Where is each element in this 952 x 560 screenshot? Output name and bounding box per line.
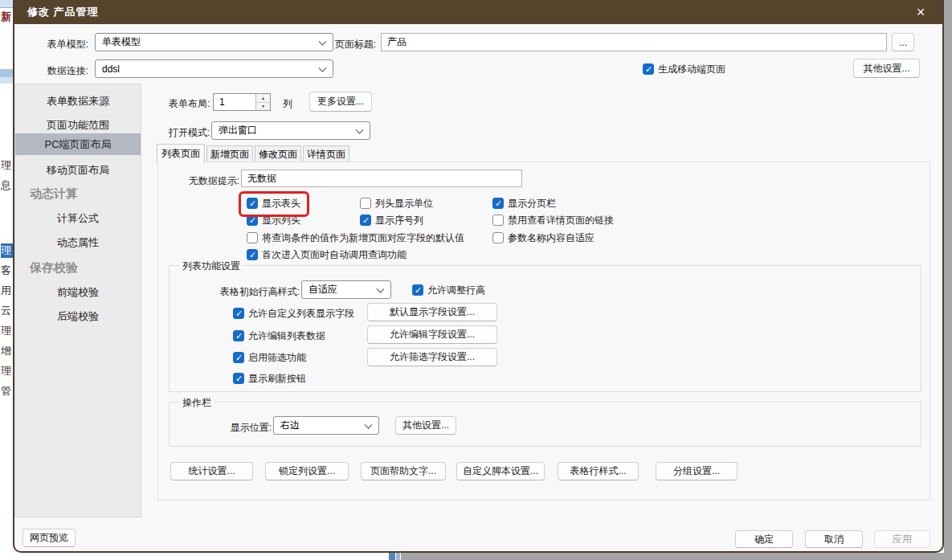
tab-modify-page[interactable]: 修改页面 xyxy=(255,145,301,162)
no-data-input[interactable]: 无数据 xyxy=(241,170,522,187)
ellipsis-label: ... xyxy=(899,37,907,48)
checkbox-box[interactable] xyxy=(492,198,504,209)
form-model-select[interactable]: 单表模型 xyxy=(95,33,333,51)
tab-detail-page[interactable]: 详情页面 xyxy=(303,145,349,162)
checkbox-box[interactable] xyxy=(233,352,244,363)
enable-filter-checkbox[interactable]: 启用筛选功能 xyxy=(233,351,306,364)
column-header-unit-checkbox[interactable]: 列头显示单位 xyxy=(360,197,433,210)
open-mode-select[interactable]: 弹出窗口 xyxy=(211,121,370,140)
dialog-titlebar[interactable]: 修改 产品管理 × xyxy=(14,0,942,24)
web-preview-button[interactable]: 网页预览 xyxy=(22,529,76,547)
checkbox-box[interactable] xyxy=(247,249,258,260)
checkbox-box[interactable] xyxy=(247,198,258,209)
checkbox-label: 启用筛选功能 xyxy=(248,351,306,365)
generate-mobile-page-checkbox[interactable]: 生成移动端页面 xyxy=(643,63,725,76)
sidebar-item-dynamic-attr[interactable]: 动态属性 xyxy=(15,234,141,251)
allow-edit-fields-button[interactable]: 允许编辑字段设置... xyxy=(367,325,497,344)
page-title-ellipsis-button[interactable]: ... xyxy=(892,33,914,51)
data-connection-label: 数据连接: xyxy=(37,64,88,78)
checkbox-box[interactable] xyxy=(233,308,244,319)
sidebar-item-mobile-page-layout[interactable]: 移动页面布局 xyxy=(15,161,141,179)
close-icon[interactable]: × xyxy=(907,0,934,24)
checkbox-box[interactable] xyxy=(360,215,371,226)
show-column-header-checkbox[interactable]: 显示列头 xyxy=(247,214,300,227)
data-connection-select[interactable]: ddsl xyxy=(95,59,333,78)
button-label: 统计设置... xyxy=(188,464,235,478)
ok-button[interactable]: 确定 xyxy=(735,530,793,548)
lock-column-settings-button[interactable]: 锁定列设置... xyxy=(265,462,349,480)
background-partial-text: 增 xyxy=(1,344,13,358)
show-row-number-checkbox[interactable]: 显示序号列 xyxy=(360,214,423,227)
sidebar-item-pc-page-layout[interactable]: PC端页面布局 xyxy=(15,133,141,155)
statistics-settings-button[interactable]: 统计设置... xyxy=(170,462,253,480)
spinner-down-icon[interactable]: ▼ xyxy=(256,103,270,111)
display-position-select[interactable]: 右边 xyxy=(273,416,379,435)
group-legend: 列表功能设置 xyxy=(179,260,243,273)
allow-adjust-row-height-checkbox[interactable]: 允许调整行高 xyxy=(412,284,485,296)
background-partial-text: 理 xyxy=(1,324,13,338)
spinner-up-icon[interactable]: ▲ xyxy=(256,94,270,103)
button-label: 确定 xyxy=(754,533,774,546)
background-window-bottom-accent xyxy=(396,553,400,560)
button-label: 允许编辑字段设置... xyxy=(390,328,475,341)
cancel-button[interactable]: 取消 xyxy=(805,530,863,548)
checkbox-label: 显示序号列 xyxy=(375,214,423,227)
sidebar-item-form-data-source[interactable]: 表单数据来源 xyxy=(15,92,141,110)
apply-button[interactable]: 应用 xyxy=(874,530,930,548)
sidebar-header-dynamic-calc: 动态计算 xyxy=(15,184,141,203)
show-pagination-checkbox[interactable]: 显示分页栏 xyxy=(492,197,556,210)
checkbox-box[interactable] xyxy=(492,215,504,226)
background-partial-text: 息 xyxy=(1,178,13,193)
page-help-text-button[interactable]: 页面帮助文字... xyxy=(361,462,446,480)
button-label: 锁定列设置... xyxy=(279,464,335,478)
default-display-fields-button[interactable]: 默认显示字段设置... xyxy=(367,303,497,321)
checkbox-box[interactable] xyxy=(492,232,504,243)
sidebar-item-calc-formula[interactable]: 计算公式 xyxy=(15,210,141,227)
background-partial-text: 新 xyxy=(1,10,13,24)
background-window-left-sliver: 新 理 息 理 客 用 云 理 增 理 管 xyxy=(0,0,13,560)
display-position-label: 显示位置: xyxy=(199,421,272,435)
sidebar-item-backend-validation[interactable]: 后端校验 xyxy=(15,308,141,325)
tab-list-page[interactable]: 列表页面 xyxy=(157,144,205,163)
row-height-style-select[interactable]: 自适应 xyxy=(301,280,391,299)
allow-edit-list-data-checkbox[interactable]: 允许编辑列表数据 xyxy=(233,329,325,342)
checkbox-box[interactable] xyxy=(643,63,654,75)
checkbox-label: 列头显示单位 xyxy=(375,197,433,211)
checkbox-box[interactable] xyxy=(360,198,371,209)
table-row-style-button[interactable]: 表格行样式... xyxy=(558,462,639,480)
checkbox-label: 生成移动端页面 xyxy=(658,63,725,76)
checkbox-label: 允许调整行高 xyxy=(427,284,485,297)
checkbox-box[interactable] xyxy=(247,232,258,243)
chevron-down-icon xyxy=(356,125,364,133)
checkbox-box[interactable] xyxy=(247,215,258,226)
show-refresh-button-checkbox[interactable]: 显示刷新按钮 xyxy=(233,372,306,385)
sidebar-item-frontend-validation[interactable]: 前端校验 xyxy=(15,284,141,301)
form-layout-spinner[interactable]: 1 ▲ ▼ xyxy=(213,93,271,111)
disable-detail-link-checkbox[interactable]: 禁用查看详情页面的链接 xyxy=(492,214,614,227)
other-settings-action-bar-button[interactable]: 其他设置... xyxy=(395,416,456,435)
button-label: 页面帮助文字... xyxy=(370,464,436,478)
button-label: 其他设置... xyxy=(402,419,449,432)
allow-custom-display-fields-checkbox[interactable]: 允许自定义列表显示字段 xyxy=(233,307,354,320)
tab-add-page[interactable]: 新增页面 xyxy=(206,145,253,162)
custom-script-settings-button[interactable]: 自定义脚本设置... xyxy=(456,462,545,480)
background-window-right-sliver xyxy=(944,0,952,560)
show-table-header-checkbox[interactable]: 显示表头 xyxy=(247,197,300,210)
allow-filter-fields-button[interactable]: 允许筛选字段设置... xyxy=(367,348,497,366)
checkbox-box[interactable] xyxy=(233,373,244,384)
sidebar-item-page-function-scope[interactable]: 页面功能范围 xyxy=(15,116,141,134)
group-settings-button[interactable]: 分组设置... xyxy=(656,462,737,480)
other-settings-top-button[interactable]: 其他设置... xyxy=(853,59,920,78)
button-label: 应用 xyxy=(893,533,912,546)
auto-query-on-enter-checkbox[interactable]: 首次进入页面时自动调用查询功能 xyxy=(247,248,407,261)
page-title-input[interactable]: 产品 xyxy=(381,33,887,51)
checkbox-label: 显示列头 xyxy=(262,214,300,227)
param-name-autofit-checkbox[interactable]: 参数名称内容自适应 xyxy=(492,231,594,244)
checkbox-box[interactable] xyxy=(233,330,244,341)
more-settings-button[interactable]: 更多设置... xyxy=(309,92,372,112)
query-default-value-checkbox[interactable]: 将查询条件的值作为新增页面对应字段的默认值 xyxy=(247,231,464,244)
group-legend: 操作栏 xyxy=(179,396,215,410)
spinner-value: 1 xyxy=(214,94,255,110)
background-partial-text: 客 xyxy=(1,264,13,278)
checkbox-box[interactable] xyxy=(412,284,423,296)
